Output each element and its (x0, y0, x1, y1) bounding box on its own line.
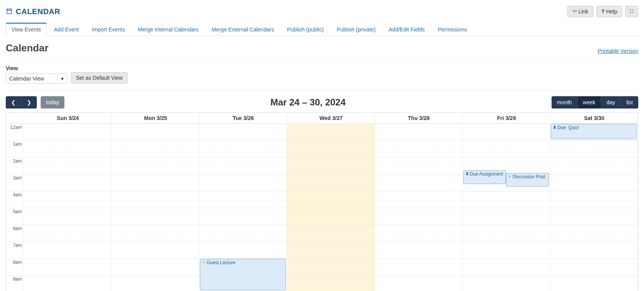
event-label: Discussion Post (512, 174, 545, 179)
hourglass-icon (465, 171, 469, 177)
nav-buttons: ❮ ❯ today (6, 96, 64, 109)
calendar-grid: Sun 3/24 Mon 3/25 Tue 3/26 Wed 3/27 Thu … (6, 112, 638, 291)
top-actions: Link ? Help (567, 6, 638, 17)
hour-label: 7am (6, 242, 23, 259)
tab-import-events[interactable]: Import Events (86, 23, 130, 36)
event-due-assignment[interactable]: Due Assignment (463, 170, 506, 184)
day-col-mon[interactable] (112, 124, 199, 291)
view-list-button[interactable]: list (621, 96, 638, 109)
expand-icon (629, 8, 634, 15)
link-icon (572, 8, 577, 15)
view-select-value: Calendar View (9, 76, 44, 82)
event-label: Guest Lecture (206, 260, 235, 265)
hour-label: 6am (6, 225, 23, 242)
hour-label: 1am (6, 141, 23, 158)
sub-title: Calendar (6, 42, 48, 54)
nav-tabs: View Events Add Event Import Events Merg… (6, 23, 638, 36)
pin-icon (202, 260, 206, 266)
pin-icon (508, 174, 512, 180)
day-col-sun[interactable] (24, 124, 112, 291)
help-button-label: Help (606, 8, 617, 15)
day-col-fri[interactable]: Due Assignment Discussion Post (463, 124, 550, 291)
day-col-wed[interactable] (287, 124, 375, 291)
help-button[interactable]: ? Help (596, 6, 622, 17)
hour-label: 2am (6, 158, 23, 174)
hour-label: 12am (6, 124, 23, 141)
view-month-button[interactable]: month (552, 96, 577, 109)
tab-publish-private[interactable]: Publish (private) (331, 23, 381, 36)
tab-add-edit-fields[interactable]: Add/Edit Fields (383, 23, 430, 36)
time-labels-col: 12am 1am 2am 3am 4am 5am 6am 7am 8am 9am… (6, 124, 24, 291)
tab-add-event[interactable]: Add Event (48, 23, 85, 36)
tab-merge-external[interactable]: Merge External Calendars (206, 23, 280, 36)
chevron-right-icon: ❯ (27, 99, 31, 105)
hour-label: 8am (6, 259, 23, 276)
view-week-button[interactable]: week (577, 96, 601, 109)
day-col-thu[interactable] (375, 124, 463, 291)
event-label: Due Assignment (470, 171, 503, 177)
event-discussion-post[interactable]: Discussion Post (506, 173, 549, 187)
expand-button[interactable] (625, 6, 638, 17)
hour-label: 3am (6, 174, 23, 191)
day-header-row: Sun 3/24 Mon 3/25 Tue 3/26 Wed 3/27 Thu … (6, 113, 638, 124)
prev-button[interactable]: ❮ (6, 96, 21, 109)
day-header-thu[interactable]: Thu 3/28 (375, 113, 463, 123)
chevron-left-icon: ❮ (11, 99, 16, 105)
next-button[interactable]: ❯ (21, 96, 37, 109)
view-label: View (6, 65, 67, 71)
event-guest-lecture[interactable]: Guest Lecture (200, 259, 286, 290)
today-button[interactable]: today (41, 96, 64, 109)
chevron-down-icon: ▾ (58, 76, 64, 82)
view-mode-buttons: month week day list (552, 96, 638, 109)
day-header-sat[interactable]: Sat 3/30 (550, 113, 638, 123)
link-button[interactable]: Link (567, 6, 593, 17)
date-range: Mar 24 – 30, 2024 (270, 97, 346, 108)
tab-permissions[interactable]: Permissions (432, 23, 473, 36)
tab-publish-public[interactable]: Publish (public) (281, 23, 329, 36)
view-day-button[interactable]: day (601, 96, 621, 109)
day-header-tue[interactable]: Tue 3/26 (199, 113, 287, 123)
day-header-mon[interactable]: Mon 3/25 (112, 113, 199, 123)
day-col-tue[interactable]: Guest Lecture (199, 124, 287, 291)
day-col-sat[interactable]: Due: Quiz! (550, 124, 638, 291)
view-select[interactable]: Calendar View ▾ (6, 74, 67, 84)
day-header-fri[interactable]: Fri 3/29 (463, 113, 550, 123)
day-header-sun[interactable]: Sun 3/24 (24, 113, 112, 123)
printable-version-link[interactable]: Printable Version (598, 48, 638, 54)
hour-label: 4am (6, 191, 23, 208)
title-wrap: CALENDAR (6, 7, 60, 16)
help-icon: ? (601, 8, 605, 15)
event-label: Due: Quiz! (557, 125, 579, 130)
tab-view-events[interactable]: View Events (6, 23, 47, 36)
hour-label: 5am (6, 208, 23, 225)
hour-label: 9am (6, 276, 23, 291)
sub-header: Calendar Printable Version (6, 42, 638, 58)
event-due-quiz[interactable]: Due: Quiz! (551, 124, 637, 139)
calendar-icon (6, 8, 13, 16)
top-header: CALENDAR Link ? Help (6, 6, 638, 17)
hourglass-icon (553, 125, 557, 131)
page-title: CALENDAR (16, 7, 60, 16)
link-button-label: Link (578, 8, 588, 15)
view-controls: View Calendar View ▾ Set as Default View (6, 65, 638, 91)
calendar-toolbar: ❮ ❯ today Mar 24 – 30, 2024 month week d… (6, 91, 638, 112)
tab-merge-internal[interactable]: Merge Internal Calendars (132, 23, 204, 36)
day-header-wed[interactable]: Wed 3/27 (287, 113, 375, 123)
time-grid: 12am 1am 2am 3am 4am 5am 6am 7am 8am 9am… (6, 124, 638, 291)
set-default-view-button[interactable]: Set as Default View (71, 72, 128, 84)
